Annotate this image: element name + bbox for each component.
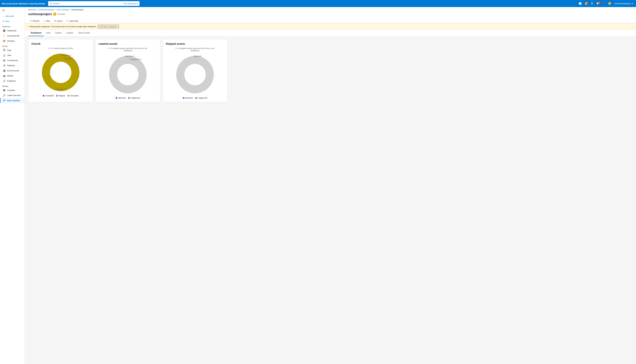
breadcrumb-microsoft[interactable]: Microsoft — [28, 8, 36, 11]
page-header: Microsoft › contosoworkspace › Data Labe… — [25, 7, 636, 23]
export-button[interactable]: ⬆ Export — [52, 19, 64, 23]
incomplete-dot — [68, 95, 69, 97]
sidebar-item-notebooks[interactable]: 📓 Notebooks — [0, 28, 25, 33]
legend-skipped-unapproved: Unapproved — [195, 97, 207, 99]
overall-title: Overall — [31, 42, 90, 46]
skipped-assets-card: Skipped assets 0 / 0 skipped assets appr… — [163, 39, 228, 102]
label-data-button[interactable]: ✏ Label data — [65, 19, 80, 23]
content-area: Microsoft › contosoworkspace › Data Labe… — [25, 7, 636, 364]
user-menu[interactable]: contosoworkspace ▾ — [613, 2, 634, 5]
overall-subtitle: 0 / 32 assets labeled (0.00%) — [48, 47, 73, 50]
skipped-assets-donut-container: Approved: — [174, 54, 216, 95]
legend-approved: Approved — [116, 97, 126, 99]
back-icon: ← — [2, 15, 5, 17]
overall-chart-area: 0 / 32 assets labeled (0.00%) Completed:… — [31, 47, 90, 97]
label-data-icon: ✏ — [67, 20, 69, 22]
search-bar[interactable]: 🔍 This workspace ▾ — [48, 1, 139, 6]
sidebar-item-environments[interactable]: 📦 Environments — [0, 68, 25, 73]
sidebar-item-endpoints[interactable]: 🔗 Endpoints — [0, 78, 25, 84]
warning-collapse-icon[interactable]: ⌄ — [632, 26, 633, 28]
skipped-assets-subtitle: 0 / 0 skipped assets approved (No items … — [174, 47, 216, 52]
sidebar-microsoft[interactable]: ← Microsoft — [0, 14, 25, 18]
sidebar-item-models[interactable]: 🤖 Models — [0, 73, 25, 78]
refresh-icon: ↻ — [30, 20, 32, 22]
legend-completed: Completed — [43, 95, 54, 97]
dashboard-content: Overall 0 / 32 assets labeled (0.00%) Co… — [25, 36, 636, 105]
plus-icon: + — [2, 20, 4, 23]
status-badge: ⏸ — [53, 12, 56, 16]
sidebar-item-automated-ml[interactable]: ⚡ Automated ML — [0, 33, 25, 38]
approved-dot — [116, 97, 117, 99]
notifications-icon[interactable]: 🔔 23 — [583, 1, 589, 6]
unapproved-dot — [128, 97, 130, 99]
endpoints-icon: 🔗 — [3, 80, 6, 82]
search-workspace-selector[interactable]: This workspace ▾ — [123, 2, 138, 5]
tab-insights[interactable]: Insights — [64, 30, 76, 36]
search-icon: 🔍 — [50, 2, 52, 5]
sidebar-item-linked-services[interactable]: 🔗 Linked Services — [0, 93, 25, 98]
tabs: Dashboard Data Details Insights Vision S… — [25, 30, 636, 36]
settings-icon[interactable]: ⚙ — [589, 1, 595, 6]
start-button[interactable]: ▷ Start — [42, 19, 52, 23]
sidebar-item-data[interactable]: 🗄 Data — [0, 48, 25, 53]
help-icon[interactable]: ❓ — [601, 1, 606, 6]
sidebar-item-components[interactable]: 🧩 Components — [0, 58, 25, 63]
add-label-categories-link[interactable]: Add label categories. — [98, 25, 119, 28]
overall-card: Overall 0 / 32 assets labeled (0.00%) Co… — [28, 39, 93, 102]
sidebar-item-pipelines[interactable]: ⚙ Pipelines — [0, 63, 25, 68]
warning-icon: ℹ — [27, 25, 28, 28]
components-icon: 🧩 — [3, 59, 6, 62]
skipped-unapproved-dot — [195, 97, 197, 99]
project-title-row: contosoproject ⏸ Paused ☆ — [28, 11, 632, 18]
skipped-approved-dot — [183, 97, 184, 99]
warning-banner: ℹ Missing label categories: The project … — [25, 23, 636, 30]
topbar-icons: 🕐 🔔 23 ⚙ 💬 14 ❓ 😊 contosoworkspace ▾ — [577, 1, 634, 6]
breadcrumb-workspace[interactable]: contosoworkspace — [39, 8, 54, 11]
compute-icon: 💻 — [3, 89, 6, 92]
tab-vision-studio[interactable]: Vision Studio — [76, 30, 92, 36]
models-icon: 🤖 — [3, 74, 6, 77]
data-labeling-icon: 🏷 — [3, 99, 6, 102]
pause-icon: ⏸ — [54, 14, 56, 15]
skipped-assets-title: Skipped assets — [166, 42, 224, 46]
favorite-icon[interactable]: ☆ — [66, 12, 69, 16]
overall-legend: Completed Skipped Incomplete — [43, 95, 79, 97]
skipped-assets-donut-svg — [174, 54, 216, 95]
breadcrumb-sep3: › — [69, 8, 70, 11]
start-icon: ▷ — [44, 20, 45, 22]
authoring-section-label: Authoring — [0, 24, 25, 28]
skipped-dot — [56, 95, 58, 97]
sidebar-item-jobs[interactable]: 🔬 Jobs — [0, 53, 25, 58]
linked-services-icon: 🔗 — [3, 94, 6, 97]
toolbar: ↻ Refresh ▷ Start ⬆ Export ✏ Label data — [28, 18, 632, 23]
legend-skipped: Skipped — [56, 95, 65, 97]
breadcrumb-sep2: › — [55, 8, 56, 11]
clock-icon[interactable]: 🕐 — [577, 1, 583, 6]
sidebar-item-data-labeling[interactable]: 🏷 Data Labeling — [0, 98, 25, 103]
labeled-assets-legend: Approved Unapproved — [116, 97, 140, 99]
tab-data[interactable]: Data — [44, 30, 53, 36]
completed-dot — [43, 95, 45, 97]
tab-details[interactable]: Details — [53, 30, 64, 36]
labeled-assets-donut-svg — [107, 54, 148, 95]
breadcrumb-sep1: › — [37, 8, 38, 11]
skipped-assets-chart-area: 0 / 0 skipped assets approved (No items … — [166, 47, 224, 99]
tab-dashboard[interactable]: Dashboard — [28, 30, 44, 36]
manage-section-label: Manage — [0, 84, 25, 88]
svg-point-1 — [50, 62, 71, 83]
new-button[interactable]: + New — [0, 18, 25, 24]
automated-ml-icon: ⚡ — [3, 34, 6, 37]
designer-icon: 🎨 — [3, 40, 6, 42]
feedback-icon[interactable]: 💬 14 — [595, 1, 600, 6]
search-input[interactable] — [53, 2, 122, 5]
sidebar-item-designer[interactable]: 🎨 Designer — [0, 38, 25, 44]
refresh-button[interactable]: ↻ Refresh — [28, 19, 41, 23]
chevron-down-icon: ▾ — [137, 2, 138, 5]
account-icon[interactable]: 😊 — [607, 1, 612, 6]
svg-point-3 — [117, 64, 138, 85]
breadcrumb-data-labeling[interactable]: Data Labeling — [57, 8, 69, 11]
hamburger-menu[interactable]: ☰ — [0, 7, 25, 14]
labeled-assets-donut-container: Approved: 0 Unapproved: 0 — [107, 54, 148, 95]
sidebar-item-compute[interactable]: 💻 Compute — [0, 88, 25, 93]
pipelines-icon: ⚙ — [3, 64, 6, 67]
